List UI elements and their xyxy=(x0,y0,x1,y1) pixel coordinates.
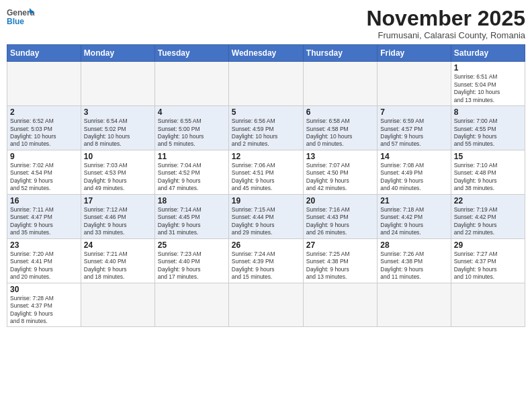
day-number: 8 xyxy=(454,107,522,117)
calendar-week-row: 1Sunrise: 6:51 AM Sunset: 5:04 PM Daylig… xyxy=(7,62,525,106)
calendar-cell xyxy=(81,283,154,327)
calendar-cell xyxy=(154,283,228,327)
day-info: Sunrise: 7:20 AM Sunset: 4:41 PM Dayligh… xyxy=(10,250,78,281)
calendar-cell xyxy=(303,62,377,106)
calendar-cell: 7Sunrise: 6:59 AM Sunset: 4:57 PM Daylig… xyxy=(378,106,451,150)
day-info: Sunrise: 7:24 AM Sunset: 4:39 PM Dayligh… xyxy=(232,250,300,281)
day-number: 11 xyxy=(158,152,226,161)
day-info: Sunrise: 7:19 AM Sunset: 4:42 PM Dayligh… xyxy=(454,206,522,237)
day-info: Sunrise: 7:12 AM Sunset: 4:46 PM Dayligh… xyxy=(84,206,152,237)
calendar-cell xyxy=(303,283,377,327)
day-number: 7 xyxy=(380,107,447,117)
calendar-cell: 11Sunrise: 7:04 AM Sunset: 4:52 PM Dayli… xyxy=(154,150,228,194)
calendar-cell xyxy=(378,283,451,327)
location-subtitle: Frumusani, Calarasi County, Romania xyxy=(366,30,525,40)
day-number: 26 xyxy=(232,240,300,250)
calendar-cell: 12Sunrise: 7:06 AM Sunset: 4:51 PM Dayli… xyxy=(228,150,303,194)
calendar-cell xyxy=(451,283,525,327)
day-number: 23 xyxy=(10,240,78,250)
calendar-week-row: 16Sunrise: 7:11 AM Sunset: 4:47 PM Dayli… xyxy=(7,194,525,238)
day-info: Sunrise: 7:23 AM Sunset: 4:40 PM Dayligh… xyxy=(158,250,226,281)
day-number: 22 xyxy=(454,196,522,205)
col-tuesday: Tuesday xyxy=(154,45,228,62)
day-number: 29 xyxy=(454,240,522,250)
day-info: Sunrise: 7:26 AM Sunset: 4:38 PM Dayligh… xyxy=(380,250,447,281)
day-number: 19 xyxy=(232,196,300,205)
day-info: Sunrise: 6:58 AM Sunset: 4:58 PM Dayligh… xyxy=(306,118,374,148)
calendar-table: Sunday Monday Tuesday Wednesday Thursday… xyxy=(7,44,525,327)
calendar-cell: 13Sunrise: 7:07 AM Sunset: 4:50 PM Dayli… xyxy=(303,150,377,194)
calendar-cell: 18Sunrise: 7:14 AM Sunset: 4:45 PM Dayli… xyxy=(154,194,228,238)
calendar-cell: 30Sunrise: 7:28 AM Sunset: 4:37 PM Dayli… xyxy=(7,283,81,327)
col-saturday: Saturday xyxy=(451,45,525,62)
title-area: November 2025 Frumusani, Calarasi County… xyxy=(366,7,525,40)
calendar-cell: 22Sunrise: 7:19 AM Sunset: 4:42 PM Dayli… xyxy=(451,194,525,238)
day-info: Sunrise: 6:54 AM Sunset: 5:02 PM Dayligh… xyxy=(84,118,152,148)
col-monday: Monday xyxy=(81,45,154,62)
calendar-week-row: 23Sunrise: 7:20 AM Sunset: 4:41 PM Dayli… xyxy=(7,238,525,283)
day-info: Sunrise: 7:25 AM Sunset: 4:38 PM Dayligh… xyxy=(306,250,374,281)
calendar-cell xyxy=(228,283,303,327)
day-number: 4 xyxy=(158,107,226,117)
day-info: Sunrise: 7:11 AM Sunset: 4:47 PM Dayligh… xyxy=(10,206,78,237)
day-number: 21 xyxy=(380,196,447,205)
day-info: Sunrise: 7:18 AM Sunset: 4:42 PM Dayligh… xyxy=(380,206,447,237)
calendar-cell: 25Sunrise: 7:23 AM Sunset: 4:40 PM Dayli… xyxy=(154,238,228,283)
calendar-cell: 6Sunrise: 6:58 AM Sunset: 4:58 PM Daylig… xyxy=(303,106,377,150)
day-number: 15 xyxy=(454,152,522,161)
day-number: 27 xyxy=(306,240,374,250)
calendar-cell: 21Sunrise: 7:18 AM Sunset: 4:42 PM Dayli… xyxy=(378,194,451,238)
page: General Blue November 2025 Frumusani, Ca… xyxy=(0,0,532,411)
calendar-cell: 28Sunrise: 7:26 AM Sunset: 4:38 PM Dayli… xyxy=(378,238,451,283)
calendar-week-row: 2Sunrise: 6:52 AM Sunset: 5:03 PM Daylig… xyxy=(7,106,525,150)
calendar-cell: 2Sunrise: 6:52 AM Sunset: 5:03 PM Daylig… xyxy=(7,106,81,150)
generalblue-logo-icon: General Blue xyxy=(7,7,35,30)
logo: General Blue xyxy=(7,7,35,30)
day-number: 6 xyxy=(306,107,374,117)
calendar-cell: 4Sunrise: 6:55 AM Sunset: 5:00 PM Daylig… xyxy=(154,106,228,150)
day-number: 18 xyxy=(158,196,226,205)
day-info: Sunrise: 7:15 AM Sunset: 4:44 PM Dayligh… xyxy=(232,206,300,237)
day-number: 20 xyxy=(306,196,374,205)
day-info: Sunrise: 6:52 AM Sunset: 5:03 PM Dayligh… xyxy=(10,118,78,148)
header: General Blue November 2025 Frumusani, Ca… xyxy=(7,7,525,40)
calendar-cell xyxy=(378,62,451,106)
calendar-cell xyxy=(81,62,154,106)
calendar-week-row: 9Sunrise: 7:02 AM Sunset: 4:54 PM Daylig… xyxy=(7,150,525,194)
calendar-cell: 9Sunrise: 7:02 AM Sunset: 4:54 PM Daylig… xyxy=(7,150,81,194)
col-wednesday: Wednesday xyxy=(228,45,303,62)
calendar-cell: 16Sunrise: 7:11 AM Sunset: 4:47 PM Dayli… xyxy=(7,194,81,238)
day-number: 3 xyxy=(84,107,152,117)
day-number: 28 xyxy=(380,240,447,250)
day-info: Sunrise: 7:02 AM Sunset: 4:54 PM Dayligh… xyxy=(10,162,78,193)
calendar-cell: 20Sunrise: 7:16 AM Sunset: 4:43 PM Dayli… xyxy=(303,194,377,238)
svg-text:Blue: Blue xyxy=(7,17,24,26)
calendar-cell xyxy=(7,62,81,106)
day-number: 12 xyxy=(232,152,300,161)
day-info: Sunrise: 7:03 AM Sunset: 4:53 PM Dayligh… xyxy=(84,162,152,193)
calendar-cell: 5Sunrise: 6:56 AM Sunset: 4:59 PM Daylig… xyxy=(228,106,303,150)
day-info: Sunrise: 7:08 AM Sunset: 4:49 PM Dayligh… xyxy=(380,162,447,193)
calendar-cell: 17Sunrise: 7:12 AM Sunset: 4:46 PM Dayli… xyxy=(81,194,154,238)
day-number: 17 xyxy=(84,196,152,205)
day-number: 9 xyxy=(10,152,78,161)
calendar-cell: 14Sunrise: 7:08 AM Sunset: 4:49 PM Dayli… xyxy=(378,150,451,194)
calendar-cell: 29Sunrise: 7:27 AM Sunset: 4:37 PM Dayli… xyxy=(451,238,525,283)
day-info: Sunrise: 7:21 AM Sunset: 4:40 PM Dayligh… xyxy=(84,250,152,281)
calendar-cell: 10Sunrise: 7:03 AM Sunset: 4:53 PM Dayli… xyxy=(81,150,154,194)
day-number: 14 xyxy=(380,152,447,161)
day-info: Sunrise: 7:14 AM Sunset: 4:45 PM Dayligh… xyxy=(158,206,226,237)
day-number: 1 xyxy=(454,63,522,73)
day-info: Sunrise: 7:00 AM Sunset: 4:55 PM Dayligh… xyxy=(454,118,522,148)
day-info: Sunrise: 7:04 AM Sunset: 4:52 PM Dayligh… xyxy=(158,162,226,193)
day-number: 16 xyxy=(10,196,78,205)
calendar-cell xyxy=(228,62,303,106)
day-info: Sunrise: 7:10 AM Sunset: 4:48 PM Dayligh… xyxy=(454,162,522,193)
calendar-header-row: Sunday Monday Tuesday Wednesday Thursday… xyxy=(7,45,525,62)
day-info: Sunrise: 7:07 AM Sunset: 4:50 PM Dayligh… xyxy=(306,162,374,193)
day-number: 2 xyxy=(10,107,78,117)
day-number: 25 xyxy=(158,240,226,250)
calendar-cell: 15Sunrise: 7:10 AM Sunset: 4:48 PM Dayli… xyxy=(451,150,525,194)
col-thursday: Thursday xyxy=(303,45,377,62)
calendar-cell: 3Sunrise: 6:54 AM Sunset: 5:02 PM Daylig… xyxy=(81,106,154,150)
